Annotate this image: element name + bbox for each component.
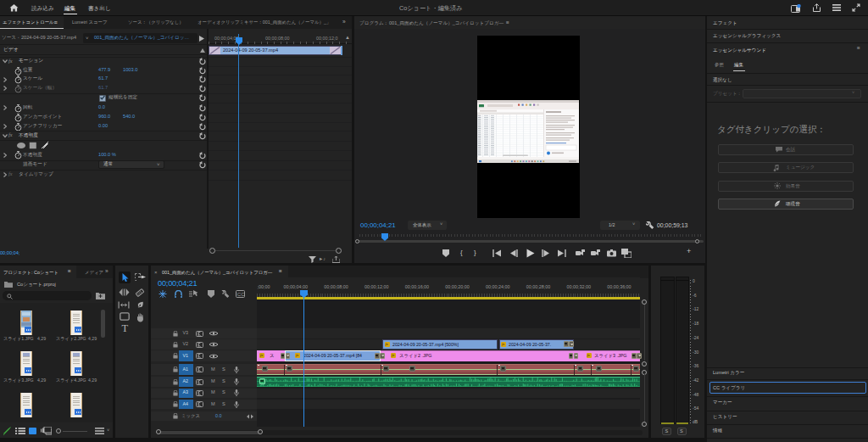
svg-text:CC: CC	[237, 292, 245, 297]
